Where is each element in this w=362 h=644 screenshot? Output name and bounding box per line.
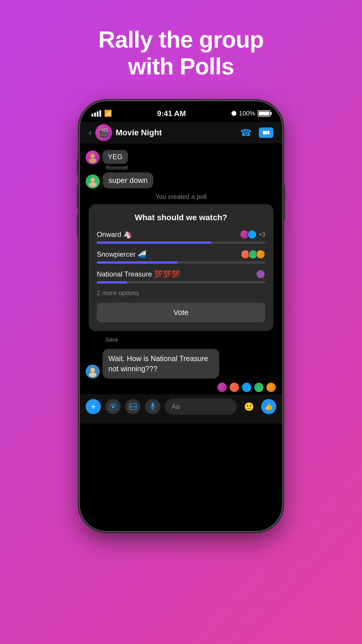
poll-bar-1-bg xyxy=(97,242,265,244)
plus-button[interactable]: + xyxy=(86,399,101,414)
volume-mute-button xyxy=(77,159,79,175)
poll-option-1: Onward 🦄 +3 xyxy=(97,230,265,244)
message-input[interactable]: Aa xyxy=(165,398,237,415)
poll-bar-2-fill xyxy=(97,261,178,264)
page-title: Rally the group with Polls xyxy=(75,26,287,80)
poll-question: What should we watch? xyxy=(97,213,265,222)
poll-option-3-label: National Treasure 💯💯💯 xyxy=(97,270,180,278)
svg-point-4 xyxy=(90,178,95,182)
sara-message-text: Wait. How is National Treasure not winni… xyxy=(108,354,208,373)
emoji-button[interactable]: 🙂 xyxy=(241,399,256,414)
rommel-avatar xyxy=(86,174,100,188)
poll-option-2: Snowpiercer 🚄 xyxy=(97,250,265,264)
video-call-button[interactable] xyxy=(259,127,273,138)
rommel-message-row: super down xyxy=(86,172,276,188)
poll-option-2-label: Snowpiercer 🚄 xyxy=(97,250,146,258)
yeg-avatar xyxy=(86,150,100,164)
input-bar: + xyxy=(80,394,282,424)
poll-option-3: National Treasure 💯💯💯 xyxy=(97,270,265,284)
group-avatar: 🎬 xyxy=(95,124,112,141)
svg-point-3 xyxy=(89,158,96,163)
battery-pct: 100% xyxy=(239,110,255,117)
mic-button[interactable] xyxy=(145,399,160,414)
svg-point-2 xyxy=(90,154,95,158)
power-button xyxy=(283,185,285,220)
messages-area: YEG Rommel super down You created a poll xyxy=(80,144,282,379)
rommel-sender-name: Rommel xyxy=(86,164,276,171)
bluetooth-icon: ⬢ xyxy=(231,110,237,117)
reaction-avatars-row xyxy=(80,379,282,394)
poll-bar-3-fill xyxy=(97,281,127,284)
volume-up-button xyxy=(77,185,79,208)
wifi-icon: 📶 xyxy=(104,110,112,117)
svg-rect-11 xyxy=(152,403,154,407)
vote-button[interactable]: Vote xyxy=(97,303,265,322)
poll-bar-1-fill xyxy=(97,242,211,244)
yeg-bubble: YEG xyxy=(103,150,128,164)
rommel-message-text: super down xyxy=(108,176,147,185)
voter-avatar-6 xyxy=(256,270,265,279)
poll-option-3-voters xyxy=(256,270,265,279)
reaction-avatar-3 xyxy=(241,382,252,393)
poll-option-1-label: Onward 🦄 xyxy=(97,230,132,239)
yeg-text: YEG xyxy=(108,153,123,161)
rommel-bubble: super down xyxy=(103,172,153,188)
signal-bars-icon xyxy=(92,110,101,117)
camera-button[interactable] xyxy=(106,399,121,414)
yeg-message-row: YEG xyxy=(86,146,276,164)
voter-count-1: +3 xyxy=(259,231,265,238)
poll-bar-2-bg xyxy=(97,261,265,264)
voter-avatar-2 xyxy=(247,230,257,239)
image-button[interactable] xyxy=(125,399,140,414)
thumbs-up-button[interactable]: 👍 xyxy=(261,399,276,414)
svg-point-6 xyxy=(90,368,95,372)
more-options: 2 more options xyxy=(97,289,265,297)
voter-avatar-5 xyxy=(256,250,265,259)
signal-area: 📶 xyxy=(92,110,112,117)
nav-bar: ‹ 🎬 Movie Night ☎ xyxy=(80,122,282,144)
sara-sender-name: Sara xyxy=(86,336,276,343)
sara-message-row: Wait. How is National Treasure not winni… xyxy=(86,349,276,379)
poll-bar-3-bg xyxy=(97,281,265,284)
nav-icons: ☎ xyxy=(240,127,273,138)
battery-icon xyxy=(258,110,270,117)
status-time: 9:41 AM xyxy=(157,109,186,118)
status-bar: 📶 9:41 AM ⬢ 100% xyxy=(80,101,282,122)
svg-rect-0 xyxy=(263,131,267,134)
poll-option-1-voters: +3 xyxy=(240,230,265,239)
poll-option-2-voters xyxy=(241,250,265,259)
group-name: Movie Night xyxy=(116,128,240,137)
status-right: ⬢ 100% xyxy=(231,110,270,117)
sara-bubble: Wait. How is National Treasure not winni… xyxy=(103,349,219,379)
reaction-avatar-5 xyxy=(266,382,276,393)
system-message: You created a poll xyxy=(86,193,276,201)
sara-avatar xyxy=(86,365,100,379)
svg-point-7 xyxy=(89,372,96,377)
reaction-avatar-4 xyxy=(254,382,264,393)
reaction-avatar-1 xyxy=(217,382,227,393)
poll-card: What should we watch? Onward 🦄 +3 xyxy=(89,204,273,331)
svg-marker-1 xyxy=(267,130,269,135)
phone-call-icon[interactable]: ☎ xyxy=(240,127,252,138)
volume-down-button xyxy=(77,214,79,237)
back-button[interactable]: ‹ xyxy=(89,127,92,138)
phone-mockup: 📶 9:41 AM ⬢ 100% ‹ 🎬 Movie Night xyxy=(79,100,283,532)
svg-point-8 xyxy=(112,405,115,408)
reaction-avatar-2 xyxy=(229,382,240,393)
svg-point-5 xyxy=(89,182,96,187)
